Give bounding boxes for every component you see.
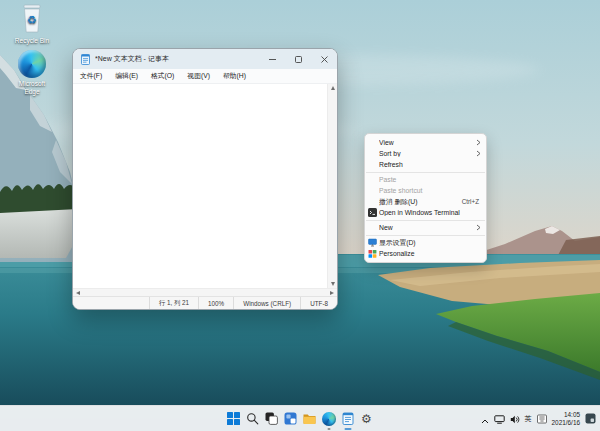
start-button[interactable] <box>224 407 243 431</box>
ime-language-indicator[interactable]: 英 <box>525 414 532 424</box>
gear-icon: ⚙ <box>361 413 372 425</box>
context-menu-item-paste: Paste <box>365 174 486 185</box>
tray-time: 14:05 <box>564 411 580 418</box>
menu-separator <box>366 220 485 221</box>
display-settings-icon <box>368 238 377 247</box>
status-eol: Windows (CRLF) <box>233 297 300 309</box>
context-menu-item-personalize[interactable]: Personalize <box>365 248 486 259</box>
widgets-button[interactable] <box>281 407 300 431</box>
scroll-up-icon[interactable] <box>331 86 335 90</box>
notification-icon[interactable] <box>585 410 596 428</box>
submenu-chevron-icon <box>476 150 481 157</box>
context-menu-item-new[interactable]: New <box>365 222 486 233</box>
windows-terminal-icon <box>368 208 377 217</box>
status-line-col: 行 1, 列 21 <box>149 297 198 309</box>
scroll-right-icon[interactable] <box>330 291 334 295</box>
edge-icon <box>5 50 59 78</box>
menu-help[interactable]: 帮助(H) <box>223 71 246 81</box>
personalize-icon <box>368 249 377 258</box>
desktop-context-menu: View Sort by Refresh Paste Paste shortcu… <box>364 133 487 263</box>
context-menu-item-sort-by[interactable]: Sort by <box>365 148 486 159</box>
widgets-icon <box>284 412 297 425</box>
system-tray: 英 14:05 2021/6/16 <box>481 406 596 431</box>
network-icon[interactable] <box>494 410 505 428</box>
active-app-indicator <box>344 428 351 430</box>
context-menu-item-view[interactable]: View <box>365 137 486 148</box>
tray-chevron-up-icon[interactable] <box>481 410 489 428</box>
maximize-button[interactable] <box>285 49 311 69</box>
desktop[interactable]: ♻ Recycle Bin Microsoft Edge *New 文本文档 -… <box>0 0 600 431</box>
notepad-icon <box>342 412 354 425</box>
svg-text:♻: ♻ <box>27 14 37 27</box>
context-menu-item-undo-delete[interactable]: 撤消 删除(U) Ctrl+Z <box>365 196 486 207</box>
notepad-titlebar[interactable]: *New 文本文档 - 记事本 <box>73 49 337 69</box>
start-icon <box>227 412 240 425</box>
minimize-button[interactable] <box>259 49 285 69</box>
notepad-taskbar-button[interactable] <box>338 407 357 431</box>
recycle-bin-icon: ♻ <box>5 3 59 35</box>
minimize-icon <box>269 56 276 63</box>
submenu-chevron-icon <box>476 139 481 146</box>
desktop-icon-microsoft-edge[interactable]: Microsoft Edge <box>5 50 59 95</box>
touch-keyboard-icon[interactable] <box>537 410 547 428</box>
context-menu-item-display-settings[interactable]: 显示设置(D) <box>365 237 486 248</box>
search-icon <box>246 412 259 425</box>
taskbar-center-icons: ⚙ <box>224 406 376 431</box>
shortcut-label: Ctrl+Z <box>462 198 481 205</box>
file-explorer-icon <box>303 412 316 425</box>
submenu-chevron-icon <box>476 224 481 231</box>
close-icon <box>321 56 328 63</box>
desktop-icon-label: Recycle Bin <box>11 37 53 45</box>
desktop-icon-label: Microsoft Edge <box>11 80 53 95</box>
menu-edit[interactable]: 编辑(E) <box>115 71 138 81</box>
edge-taskbar-button[interactable] <box>319 407 338 431</box>
scroll-left-icon[interactable] <box>76 291 80 295</box>
vertical-scrollbar[interactable] <box>327 84 337 288</box>
context-menu-item-open-in-windows-terminal[interactable]: Open in Windows Terminal <box>365 207 486 218</box>
taskbar: ⚙ 英 14:05 2021/6/16 <box>0 405 600 431</box>
menu-view[interactable]: 视图(V) <box>187 71 210 81</box>
close-button[interactable] <box>311 49 337 69</box>
task-view-button[interactable] <box>262 407 281 431</box>
context-menu-item-paste-shortcut: Paste shortcut <box>365 185 486 196</box>
context-menu-item-refresh[interactable]: Refresh <box>365 159 486 170</box>
settings-button[interactable]: ⚙ <box>357 407 376 431</box>
status-zoom: 100% <box>198 297 233 309</box>
maximize-icon <box>295 56 302 63</box>
menu-format[interactable]: 格式(O) <box>151 71 174 81</box>
status-encoding: UTF-8 <box>300 297 337 309</box>
notepad-window: *New 文本文档 - 记事本 文件(F) 编辑(E) 格式(O) 视图(V) … <box>72 48 338 310</box>
notepad-app-icon <box>81 54 90 65</box>
window-title: *New 文本文档 - 记事本 <box>95 54 259 64</box>
search-button[interactable] <box>243 407 262 431</box>
notepad-text-area[interactable] <box>73 84 337 288</box>
menu-file[interactable]: 文件(F) <box>80 71 102 81</box>
volume-icon[interactable] <box>510 410 520 428</box>
running-indicator <box>327 428 330 430</box>
scroll-down-icon[interactable] <box>331 282 335 286</box>
clock[interactable]: 14:05 2021/6/16 <box>552 411 580 426</box>
tray-date: 2021/6/16 <box>552 419 580 426</box>
menu-separator <box>366 235 485 236</box>
notepad-statusbar: 行 1, 列 21 100% Windows (CRLF) UTF-8 <box>73 296 337 309</box>
desktop-icon-recycle-bin[interactable]: ♻ Recycle Bin <box>5 3 59 45</box>
file-explorer-button[interactable] <box>300 407 319 431</box>
notepad-menubar: 文件(F) 编辑(E) 格式(O) 视图(V) 帮助(H) <box>73 69 337 84</box>
menu-separator <box>366 172 485 173</box>
task-view-icon <box>265 412 278 425</box>
edge-icon <box>322 412 336 426</box>
horizontal-scrollbar[interactable] <box>73 288 337 296</box>
